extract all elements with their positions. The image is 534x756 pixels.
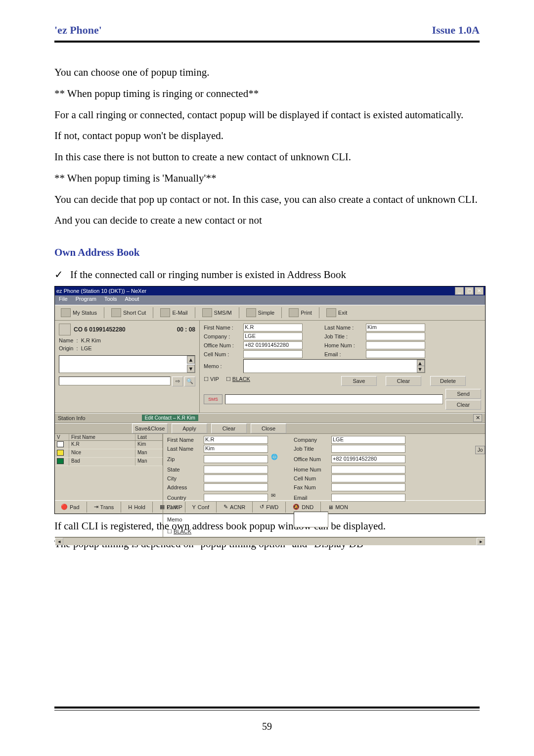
header-left: 'ez Phone' xyxy=(54,24,102,37)
h-scrollbar[interactable]: ◂ ▸ xyxy=(55,537,485,545)
body-text: You can choose one of popup timing. ** W… xyxy=(54,63,480,284)
page-number: 59 xyxy=(0,721,534,732)
tb-mystatus[interactable]: My Status xyxy=(58,307,100,318)
ef-fax-l: Fax Num xyxy=(294,484,328,490)
menu-tools[interactable]: Tools xyxy=(104,296,117,304)
ef-zip-v[interactable] xyxy=(204,455,268,463)
menu-about[interactable]: About xyxy=(125,296,139,304)
ef-address-l: Address xyxy=(167,484,201,490)
go-button[interactable]: ⇨ xyxy=(172,377,183,386)
close2-button[interactable]: Close xyxy=(251,424,286,433)
col-v[interactable]: V xyxy=(55,434,69,440)
maximize-button[interactable]: ▢ xyxy=(465,287,474,295)
col-first[interactable]: First Name xyxy=(69,434,135,440)
minimize-button[interactable]: _ xyxy=(455,287,464,295)
send-button[interactable]: Send xyxy=(445,389,481,399)
list-row[interactable]: Bad Man xyxy=(55,458,163,466)
scroll-up-icon[interactable]: ▲ xyxy=(187,356,195,364)
title-bar[interactable]: ez Phone (Station 10 (DKT)) – NeXer _ ▢ … xyxy=(55,286,485,295)
edit-contact-tab[interactable]: Edit Contact – K.R Kim xyxy=(142,415,198,421)
ef-office-v[interactable]: +82 01991452280 xyxy=(331,455,405,463)
app-screenshot: ez Phone (Station 10 (DKT)) – NeXer _ ▢ … xyxy=(54,286,480,514)
search-button[interactable]: 🔍 xyxy=(184,377,195,386)
saveclose-button[interactable]: Save&Close xyxy=(132,424,168,433)
clear-button[interactable]: Clear xyxy=(386,376,421,386)
exit-icon xyxy=(326,308,336,317)
list-row[interactable]: Nice Man xyxy=(55,449,163,458)
ef-fax-v[interactable] xyxy=(331,483,405,491)
ef-city-v[interactable] xyxy=(204,474,268,482)
dial-input[interactable] xyxy=(59,377,171,385)
co-v[interactable]: LGE xyxy=(243,332,303,340)
close-button[interactable]: ✕ xyxy=(475,287,484,295)
of-l: Office Num : xyxy=(204,342,241,348)
tb-simple[interactable]: Simple xyxy=(243,307,278,318)
scroll-right-icon[interactable]: ▸ xyxy=(477,538,485,545)
fn-v[interactable]: K.R xyxy=(243,324,303,331)
black-check[interactable]: ☐ BLACK xyxy=(226,376,250,386)
tb-email[interactable]: E-Mail xyxy=(157,307,190,318)
menu-file[interactable]: File xyxy=(59,296,68,304)
ef-memo-v[interactable] xyxy=(294,512,328,527)
ce-v[interactable] xyxy=(243,350,303,358)
ef-black[interactable]: ☐ BLACK xyxy=(167,528,201,535)
tb-sms[interactable]: SMS/M xyxy=(199,307,235,318)
tb-exit[interactable]: Exit xyxy=(323,307,350,318)
sms-input[interactable] xyxy=(225,394,443,404)
main-toolbar: My Status Short Cut E-Mail SMS/M Simple … xyxy=(55,305,485,321)
footer-rule-thick xyxy=(54,707,480,709)
of-v[interactable]: +82 01991452280 xyxy=(243,341,303,349)
ef-vip[interactable]: ☐ VIP xyxy=(167,504,201,511)
mail-icon: ✉ xyxy=(271,492,284,503)
ef-first-v[interactable]: K.R xyxy=(204,436,268,444)
tb-print[interactable]: Print xyxy=(286,307,315,318)
em-v[interactable] xyxy=(366,350,425,358)
apply-button[interactable]: Apply xyxy=(172,424,207,433)
ef-cell-v[interactable] xyxy=(331,474,405,482)
ef-country-v[interactable] xyxy=(204,494,268,502)
clear3-button[interactable]: Clear xyxy=(211,424,247,433)
row-first: Bad xyxy=(69,458,135,466)
ef-country-l: Country xyxy=(167,495,201,501)
contact-list[interactable]: V First Name Last K.R Kim Nice Man xyxy=(55,434,163,537)
ef-company-v[interactable]: LGE xyxy=(331,436,405,444)
hm-v[interactable] xyxy=(366,341,425,349)
save-button[interactable]: Save xyxy=(341,376,377,386)
scroll-left-icon[interactable]: ◂ xyxy=(55,538,63,545)
list-row[interactable]: K.R Kim xyxy=(55,441,163,449)
memo-field[interactable]: ▲ ▼ xyxy=(243,359,425,373)
hm-l: Home Num : xyxy=(324,342,364,348)
para-4: If not, contact popup won't be displayed… xyxy=(54,127,480,145)
window-title: ez Phone (Station 10 (DKT)) – NeXer xyxy=(56,288,146,294)
tb-shortcut[interactable]: Short Cut xyxy=(108,307,149,318)
list-header: V First Name Last xyxy=(55,434,163,441)
menu-bar[interactable]: File Program Tools About xyxy=(55,295,485,305)
ef-email-v[interactable] xyxy=(331,494,405,502)
ef-state-v[interactable] xyxy=(204,466,268,473)
vip-check[interactable]: ☐ VIP xyxy=(204,376,219,386)
scroll-down-icon[interactable]: ▼ xyxy=(187,365,195,373)
jo-tab[interactable]: Jo xyxy=(475,446,485,454)
call-line-text: CO 6 01991452280 xyxy=(74,326,126,333)
ef-home-v[interactable] xyxy=(331,466,405,473)
col-last[interactable]: Last xyxy=(135,434,163,440)
ef-address-v[interactable] xyxy=(204,483,268,491)
ln-v[interactable]: Kim xyxy=(366,324,425,331)
mail-icon xyxy=(160,308,170,317)
ef-company-l: Company xyxy=(294,437,328,443)
sms-icon[interactable]: SMS xyxy=(204,394,222,404)
status-icon xyxy=(61,308,71,317)
ef-office-l: Office Num xyxy=(294,456,328,462)
popup-close-button[interactable]: ✕ xyxy=(473,414,482,422)
delete-button[interactable]: Delete xyxy=(430,376,466,386)
log-area[interactable]: ▲ ▼ xyxy=(59,355,195,373)
menu-program[interactable]: Program xyxy=(76,296,96,304)
ef-job-v[interactable] xyxy=(331,445,405,453)
edit-form: First Name K.R Company LGE Last Name Kim… xyxy=(163,434,485,537)
print-icon xyxy=(289,308,299,317)
jt-v[interactable] xyxy=(366,332,425,340)
ef-email-l: Email xyxy=(294,495,328,501)
clear2-button[interactable]: Clear xyxy=(445,400,481,410)
memo-down-icon[interactable]: ▼ xyxy=(417,366,425,373)
ef-last-v[interactable]: Kim xyxy=(204,445,268,453)
